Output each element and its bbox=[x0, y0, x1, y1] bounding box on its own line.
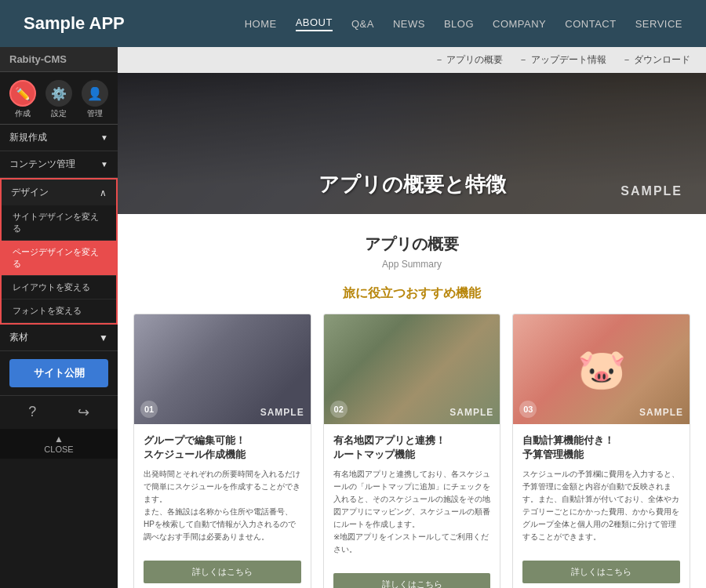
card-3-image: 🐷 03 SAMPLE bbox=[513, 314, 690, 424]
card-1-sample: SAMPLE bbox=[260, 407, 304, 418]
cms-icon-row: ✏️ 作成 ⚙️ 設定 👤 管理 bbox=[0, 72, 118, 125]
card-2-image: 02 SAMPLE bbox=[324, 314, 500, 424]
subnav-download[interactable]: ダウンロード bbox=[622, 53, 690, 67]
card-2: 02 SAMPLE 有名地図アプリと連携！ルートマップ機能 有名地図アプリと連携… bbox=[323, 314, 501, 588]
hero-title: アプリの概要と特徴 bbox=[318, 171, 506, 198]
card-1: 01 SAMPLE グループで編集可能！スケジュール作成機能 出発時間とそれぞれ… bbox=[133, 314, 311, 588]
content-area: アプリの概要 アップデート情報 ダウンロード アプリの概要と特徴 SAMPLE … bbox=[118, 47, 706, 588]
card-2-body: 有名地図アプリと連携！ルートマップ機能 有名地図アプリと連携しており、各スケジュ… bbox=[324, 424, 500, 565]
cms-sidebar: Rabity-CMS ✏️ 作成 ⚙️ 設定 👤 管理 新規作成 ▼ コンテンツ… bbox=[0, 47, 118, 588]
close-label: CLOSE bbox=[44, 445, 73, 454]
nav-company[interactable]: COMPANY bbox=[493, 18, 546, 30]
subnav-updates[interactable]: アップデート情報 bbox=[519, 53, 606, 67]
design-item-page[interactable]: ページデザインを変える bbox=[2, 241, 116, 276]
design-section-arrow: ∧ bbox=[100, 187, 107, 198]
header: Sample APP HOME ABOUT Q&A NEWS BLOG COMP… bbox=[0, 0, 706, 47]
feature-heading: 旅に役立つおすすめ機能 bbox=[118, 281, 706, 314]
design-item-site[interactable]: サイトデザインを変える bbox=[2, 205, 116, 241]
nav-news[interactable]: NEWS bbox=[393, 18, 425, 30]
cms-icon-create[interactable]: ✏️ 作成 bbox=[9, 80, 36, 119]
card-3: 🐷 03 SAMPLE 自動計算機能付き！予算管理機能 スケジュールの予算欄に費… bbox=[512, 314, 690, 588]
logout-icon[interactable]: ↪ bbox=[78, 404, 89, 421]
card-1-text: 出発時間とそれぞれの所要時間を入れるだけで簡単にスケジュールを作成することができ… bbox=[144, 468, 301, 543]
publish-button[interactable]: サイト公開 bbox=[9, 359, 108, 387]
sozai-menu[interactable]: 素材 ▼ bbox=[0, 325, 118, 351]
settings-icon: ⚙️ bbox=[45, 80, 72, 107]
cms-icon-settings[interactable]: ⚙️ 設定 bbox=[45, 80, 72, 119]
design-section-items: サイトデザインを変える ページデザインを変える レイアウトを変える フォントを変… bbox=[0, 205, 118, 325]
card-1-title: グループで編集可能！スケジュール作成機能 bbox=[144, 434, 301, 462]
hero-sample-label: SAMPLE bbox=[620, 184, 682, 198]
section-title: アプリの概要 bbox=[118, 214, 706, 259]
main-nav: HOME ABOUT Q&A NEWS BLOG COMPANY CONTACT… bbox=[245, 16, 682, 31]
logo: Sample APP bbox=[24, 13, 125, 34]
card-2-text: 有名地図アプリと連携しており、各スケジュールの「ルートマップに追加」にチェックを… bbox=[333, 468, 491, 556]
sozai-label: 素材 bbox=[9, 331, 28, 344]
card-2-button[interactable]: 詳しくはこちら bbox=[333, 573, 491, 588]
content-manage-arrow: ▼ bbox=[100, 160, 108, 169]
design-section-header[interactable]: デザイン ∧ bbox=[0, 178, 118, 205]
design-item-font[interactable]: フォントを変える bbox=[2, 299, 116, 323]
card-2-sample: SAMPLE bbox=[449, 407, 493, 418]
help-icon[interactable]: ? bbox=[28, 404, 36, 421]
manage-label: 管理 bbox=[87, 108, 103, 119]
create-label: 作成 bbox=[15, 108, 31, 119]
close-up-arrow: ▲ bbox=[54, 434, 64, 445]
settings-label: 設定 bbox=[51, 108, 67, 119]
cms-bottom-icons: ? ↪ bbox=[0, 395, 118, 429]
nav-contact[interactable]: CONTACT bbox=[565, 18, 616, 30]
hero-content: アプリの概要と特徴 bbox=[318, 171, 506, 214]
card-3-body: 自動計算機能付き！予算管理機能 スケジュールの予算欄に費用を入力すると、予算管理… bbox=[513, 424, 690, 553]
create-icon: ✏️ bbox=[9, 80, 36, 107]
card-3-button[interactable]: 詳しくはこちら bbox=[522, 561, 680, 583]
card-2-title: 有名地図アプリと連携！ルートマップ機能 bbox=[333, 434, 491, 462]
content-manage-label: コンテンツ管理 bbox=[9, 158, 75, 171]
design-item-layout[interactable]: レイアウトを変える bbox=[2, 276, 116, 299]
nav-qa[interactable]: Q&A bbox=[351, 18, 374, 30]
card-1-image: 01 SAMPLE bbox=[134, 314, 311, 424]
nav-home[interactable]: HOME bbox=[245, 18, 277, 30]
new-create-arrow: ▼ bbox=[100, 133, 108, 142]
content-manage-menu[interactable]: コンテンツ管理 ▼ bbox=[0, 151, 118, 178]
nav-service[interactable]: SERVICE bbox=[635, 18, 682, 30]
nav-blog[interactable]: BLOG bbox=[444, 18, 474, 30]
card-3-text: スケジュールの予算欄に費用を入力すると、予算管理に金額と内容が自動で反映されます… bbox=[522, 468, 680, 543]
design-section-label: デザイン bbox=[11, 186, 49, 199]
card-3-title: 自動計算機能付き！予算管理機能 bbox=[522, 434, 680, 462]
manage-icon: 👤 bbox=[82, 80, 108, 107]
sozai-arrow: ▼ bbox=[99, 332, 108, 343]
section-subtitle: App Summary bbox=[118, 259, 706, 281]
card-2-number: 02 bbox=[330, 401, 348, 418]
nav-about[interactable]: ABOUT bbox=[296, 16, 333, 31]
new-create-label: 新規作成 bbox=[9, 131, 47, 144]
hero-section: アプリの概要と特徴 SAMPLE bbox=[118, 73, 706, 214]
card-1-number: 01 bbox=[140, 401, 158, 418]
cms-brand-label: Rabity-CMS bbox=[0, 47, 118, 72]
card-1-button[interactable]: 詳しくはこちら bbox=[144, 561, 301, 583]
sub-navigation: アプリの概要 アップデート情報 ダウンロード bbox=[118, 47, 706, 73]
card-3-sample: SAMPLE bbox=[639, 407, 683, 418]
cards-row: 01 SAMPLE グループで編集可能！スケジュール作成機能 出発時間とそれぞれ… bbox=[118, 314, 706, 588]
cms-close-button[interactable]: ▲ CLOSE bbox=[0, 429, 118, 459]
card-1-body: グループで編集可能！スケジュール作成機能 出発時間とそれぞれの所要時間を入れるだ… bbox=[134, 424, 311, 553]
new-create-menu[interactable]: 新規作成 ▼ bbox=[0, 125, 118, 151]
main-wrapper: Rabity-CMS ✏️ 作成 ⚙️ 設定 👤 管理 新規作成 ▼ コンテンツ… bbox=[0, 47, 706, 588]
cms-icon-manage[interactable]: 👤 管理 bbox=[82, 80, 108, 119]
subnav-overview[interactable]: アプリの概要 bbox=[435, 53, 503, 67]
